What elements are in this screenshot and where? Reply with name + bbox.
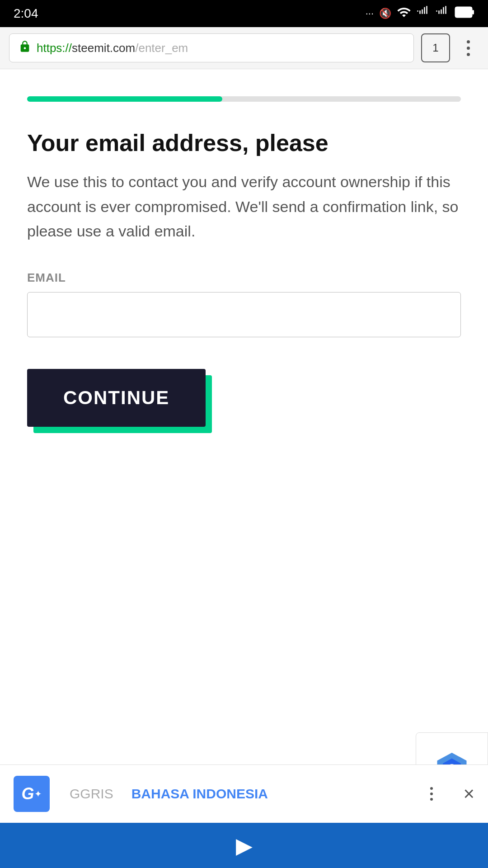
url-text: https://steemit.com/enter_em — [37, 41, 188, 55]
translation-close-button[interactable]: × — [463, 783, 474, 805]
google-translate-icon[interactable]: G ✦ — [14, 776, 50, 812]
lang-option-english[interactable]: GGRIS — [61, 782, 122, 806]
lock-icon — [19, 40, 31, 56]
status-time: 2:04 — [14, 6, 38, 21]
nav-arrow-icon: ▶ — [236, 833, 253, 858]
tab-count-button[interactable]: 1 — [421, 33, 450, 62]
email-input[interactable] — [27, 292, 461, 337]
form-title: Your email address, please — [27, 129, 461, 157]
translation-options: GGRIS BAHASA INDONESIA — [61, 782, 407, 806]
progress-bar-fill — [27, 96, 222, 102]
menu-dot — [467, 47, 470, 50]
signal1-icon — [417, 5, 430, 22]
continue-button-wrapper: CONTINUE — [27, 369, 206, 427]
more-dot — [430, 798, 433, 801]
signal2-icon — [436, 5, 449, 22]
menu-dot — [467, 40, 470, 43]
url-bar[interactable]: https://steemit.com/enter_em — [9, 33, 414, 62]
translate-g-label: G — [21, 784, 34, 803]
continue-button[interactable]: CONTINUE — [27, 369, 206, 427]
email-label: EMAIL — [27, 271, 461, 285]
progress-bar-container — [27, 96, 461, 102]
translation-bar: G ✦ GGRIS BAHASA INDONESIA × — [0, 764, 488, 823]
translate-star: ✦ — [34, 788, 42, 799]
dots-icon: ··· — [366, 8, 374, 19]
page-content: Your email address, please We use this t… — [0, 69, 488, 778]
form-description: We use this to contact you and verify ac… — [27, 170, 461, 243]
status-bar: 2:04 ··· 🔇 — [0, 0, 488, 27]
translation-more-button[interactable] — [418, 780, 445, 807]
mute-icon: 🔇 — [379, 8, 391, 19]
browser-menu-button[interactable] — [457, 37, 479, 59]
bottom-nav: ▶ — [0, 823, 488, 868]
battery-icon — [455, 6, 474, 21]
wifi-icon — [397, 5, 411, 22]
status-icons: ··· 🔇 — [366, 5, 474, 22]
browser-chrome: https://steemit.com/enter_em 1 — [0, 27, 488, 69]
menu-dot — [467, 53, 470, 56]
more-dot — [430, 787, 433, 790]
lang-option-indonesian[interactable]: BAHASA INDONESIA — [122, 782, 277, 806]
svg-rect-2 — [472, 10, 474, 14]
more-dot — [430, 793, 433, 795]
svg-rect-1 — [456, 8, 471, 17]
